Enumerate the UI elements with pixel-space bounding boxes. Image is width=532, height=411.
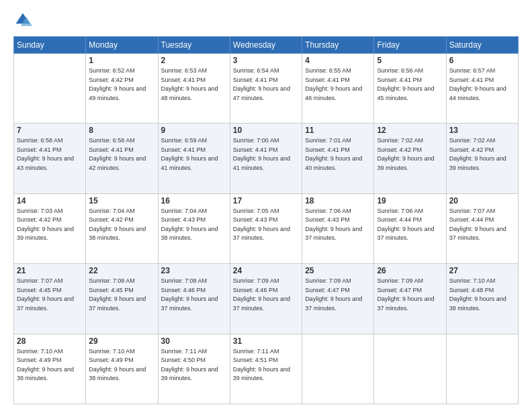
- day-number: 21: [17, 266, 83, 275]
- calendar-cell: 27 Sunrise: 7:10 AMSunset: 4:48 PMDaylig…: [446, 264, 518, 334]
- day-info: Sunrise: 7:10 AMSunset: 4:48 PMDaylight:…: [449, 277, 506, 312]
- day-number: 8: [89, 126, 154, 135]
- calendar-cell: 7 Sunrise: 6:58 AMSunset: 4:41 PMDayligh…: [14, 124, 86, 193]
- day-number: 9: [161, 126, 227, 135]
- calendar-cell: 22 Sunrise: 7:08 AMSunset: 4:45 PMDaylig…: [86, 264, 158, 334]
- calendar-cell: [14, 54, 86, 124]
- day-info: Sunrise: 6:56 AMSunset: 4:41 PMDaylight:…: [377, 67, 434, 101]
- calendar-cell: 19 Sunrise: 7:06 AMSunset: 4:44 PMDaylig…: [374, 193, 446, 263]
- day-number: 10: [233, 126, 299, 135]
- calendar-cell: 29 Sunrise: 7:10 AMSunset: 4:49 PMDaylig…: [86, 334, 158, 404]
- calendar-cell: [374, 334, 446, 404]
- page: SundayMondayTuesdayWednesdayThursdayFrid…: [0, 0, 532, 411]
- day-number: 26: [377, 266, 443, 275]
- day-number: 19: [377, 196, 443, 205]
- calendar-cell: 10 Sunrise: 7:00 AMSunset: 4:41 PMDaylig…: [230, 124, 302, 193]
- day-number: 15: [89, 196, 154, 205]
- day-info: Sunrise: 7:07 AMSunset: 4:44 PMDaylight:…: [449, 208, 506, 242]
- day-info: Sunrise: 6:53 AMSunset: 4:41 PMDaylight:…: [161, 67, 218, 101]
- calendar-cell: 18 Sunrise: 7:06 AMSunset: 4:43 PMDaylig…: [302, 193, 374, 263]
- calendar-cell: 3 Sunrise: 6:54 AMSunset: 4:41 PMDayligh…: [230, 54, 302, 124]
- calendar-cell: 23 Sunrise: 7:08 AMSunset: 4:46 PMDaylig…: [158, 264, 230, 334]
- calendar-cell: 9 Sunrise: 6:59 AMSunset: 4:41 PMDayligh…: [158, 124, 230, 193]
- day-number: 5: [377, 56, 443, 65]
- day-number: 29: [89, 336, 154, 346]
- day-number: 28: [17, 336, 83, 346]
- calendar-cell: 12 Sunrise: 7:02 AMSunset: 4:42 PMDaylig…: [374, 124, 446, 193]
- calendar-cell: 8 Sunrise: 6:58 AMSunset: 4:41 PMDayligh…: [86, 124, 158, 193]
- calendar-cell: 31 Sunrise: 7:11 AMSunset: 4:51 PMDaylig…: [230, 334, 302, 404]
- day-number: 11: [305, 126, 371, 135]
- calendar-cell: 16 Sunrise: 7:04 AMSunset: 4:43 PMDaylig…: [158, 193, 230, 263]
- day-info: Sunrise: 6:58 AMSunset: 4:41 PMDaylight:…: [89, 137, 146, 171]
- day-number: 27: [449, 266, 515, 275]
- weekday-header: Thursday: [302, 37, 374, 54]
- day-number: 1: [89, 56, 154, 65]
- calendar-cell: 26 Sunrise: 7:09 AMSunset: 4:47 PMDaylig…: [374, 264, 446, 334]
- calendar-cell: 6 Sunrise: 6:57 AMSunset: 4:41 PMDayligh…: [446, 54, 518, 124]
- day-info: Sunrise: 7:02 AMSunset: 4:42 PMDaylight:…: [449, 137, 506, 171]
- calendar-cell: [302, 334, 374, 404]
- calendar-cell: 17 Sunrise: 7:05 AMSunset: 4:43 PMDaylig…: [230, 193, 302, 263]
- logo: [13, 11, 35, 30]
- day-number: 4: [305, 56, 371, 65]
- calendar-week-row: 14 Sunrise: 7:03 AMSunset: 4:42 PMDaylig…: [14, 193, 519, 263]
- weekday-header: Monday: [86, 37, 158, 54]
- day-info: Sunrise: 7:04 AMSunset: 4:42 PMDaylight:…: [89, 208, 146, 242]
- day-number: 14: [17, 196, 83, 205]
- day-info: Sunrise: 7:03 AMSunset: 4:42 PMDaylight:…: [17, 208, 74, 242]
- day-info: Sunrise: 7:10 AMSunset: 4:49 PMDaylight:…: [17, 348, 74, 382]
- day-info: Sunrise: 6:58 AMSunset: 4:41 PMDaylight:…: [17, 137, 74, 171]
- weekday-header: Tuesday: [158, 37, 230, 54]
- calendar-cell: 4 Sunrise: 6:55 AMSunset: 4:41 PMDayligh…: [302, 54, 374, 124]
- day-info: Sunrise: 7:09 AMSunset: 4:46 PMDaylight:…: [233, 277, 290, 312]
- day-info: Sunrise: 7:02 AMSunset: 4:42 PMDaylight:…: [377, 137, 434, 171]
- calendar-week-row: 21 Sunrise: 7:07 AMSunset: 4:45 PMDaylig…: [14, 264, 519, 334]
- calendar-table: SundayMondayTuesdayWednesdayThursdayFrid…: [13, 36, 519, 404]
- day-info: Sunrise: 7:06 AMSunset: 4:43 PMDaylight:…: [305, 208, 362, 242]
- day-info: Sunrise: 6:57 AMSunset: 4:41 PMDaylight:…: [449, 67, 506, 101]
- day-info: Sunrise: 7:04 AMSunset: 4:43 PMDaylight:…: [161, 208, 218, 242]
- weekday-header: Saturday: [446, 37, 518, 54]
- calendar-cell: 2 Sunrise: 6:53 AMSunset: 4:41 PMDayligh…: [158, 54, 230, 124]
- weekday-header: Sunday: [14, 37, 86, 54]
- calendar-cell: 20 Sunrise: 7:07 AMSunset: 4:44 PMDaylig…: [446, 193, 518, 263]
- day-info: Sunrise: 7:07 AMSunset: 4:45 PMDaylight:…: [17, 277, 74, 312]
- day-info: Sunrise: 6:52 AMSunset: 4:42 PMDaylight:…: [89, 67, 146, 101]
- day-number: 6: [449, 56, 515, 65]
- day-number: 2: [161, 56, 227, 65]
- day-info: Sunrise: 6:54 AMSunset: 4:41 PMDaylight:…: [233, 67, 290, 101]
- day-number: 22: [89, 266, 154, 275]
- day-number: 30: [161, 336, 227, 346]
- day-info: Sunrise: 6:55 AMSunset: 4:41 PMDaylight:…: [305, 67, 362, 101]
- day-info: Sunrise: 7:08 AMSunset: 4:45 PMDaylight:…: [89, 277, 146, 312]
- day-info: Sunrise: 7:01 AMSunset: 4:41 PMDaylight:…: [305, 137, 362, 171]
- day-info: Sunrise: 7:08 AMSunset: 4:46 PMDaylight:…: [161, 277, 218, 312]
- weekday-header: Friday: [374, 37, 446, 54]
- logo-icon: [13, 11, 32, 30]
- day-info: Sunrise: 7:10 AMSunset: 4:49 PMDaylight:…: [89, 348, 146, 382]
- calendar-cell: 24 Sunrise: 7:09 AMSunset: 4:46 PMDaylig…: [230, 264, 302, 334]
- calendar-cell: 15 Sunrise: 7:04 AMSunset: 4:42 PMDaylig…: [86, 193, 158, 263]
- day-info: Sunrise: 7:05 AMSunset: 4:43 PMDaylight:…: [233, 208, 290, 242]
- day-info: Sunrise: 7:11 AMSunset: 4:50 PMDaylight:…: [161, 348, 218, 382]
- day-number: 13: [449, 126, 515, 135]
- weekday-header: Wednesday: [230, 37, 302, 54]
- day-info: Sunrise: 7:11 AMSunset: 4:51 PMDaylight:…: [233, 348, 290, 382]
- day-info: Sunrise: 6:59 AMSunset: 4:41 PMDaylight:…: [161, 137, 218, 171]
- day-number: 12: [377, 126, 443, 135]
- calendar-cell: 11 Sunrise: 7:01 AMSunset: 4:41 PMDaylig…: [302, 124, 374, 193]
- day-number: 3: [233, 56, 299, 65]
- calendar-cell: 25 Sunrise: 7:09 AMSunset: 4:47 PMDaylig…: [302, 264, 374, 334]
- calendar-cell: 14 Sunrise: 7:03 AMSunset: 4:42 PMDaylig…: [14, 193, 86, 263]
- calendar-cell: [446, 334, 518, 404]
- day-number: 20: [449, 196, 515, 205]
- day-info: Sunrise: 7:00 AMSunset: 4:41 PMDaylight:…: [233, 137, 290, 171]
- calendar-week-row: 7 Sunrise: 6:58 AMSunset: 4:41 PMDayligh…: [14, 124, 519, 193]
- day-number: 25: [305, 266, 371, 275]
- calendar-week-row: 1 Sunrise: 6:52 AMSunset: 4:42 PMDayligh…: [14, 54, 519, 124]
- day-info: Sunrise: 7:09 AMSunset: 4:47 PMDaylight:…: [377, 277, 434, 312]
- calendar-week-row: 28 Sunrise: 7:10 AMSunset: 4:49 PMDaylig…: [14, 334, 519, 404]
- day-number: 16: [161, 196, 227, 205]
- header: [13, 11, 519, 30]
